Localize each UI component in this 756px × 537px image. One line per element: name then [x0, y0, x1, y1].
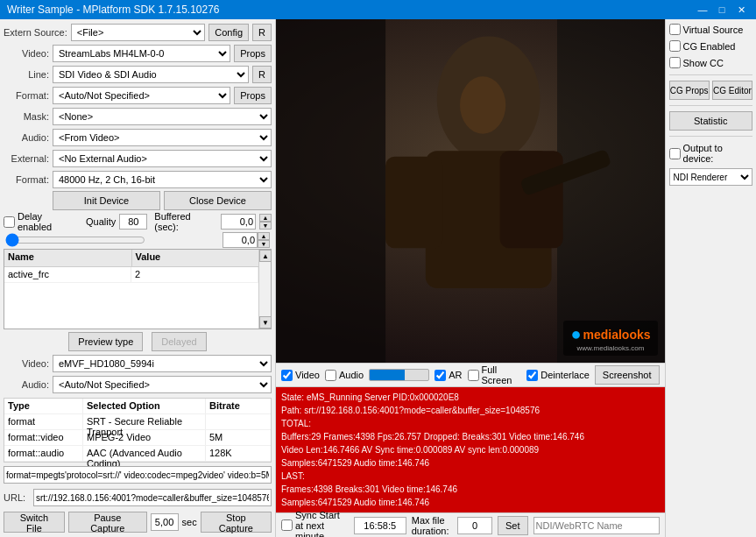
- extern-source-select[interactable]: <File>: [71, 24, 205, 41]
- video-check-label[interactable]: Video: [281, 370, 320, 381]
- info-header-row: Type Selected Option Bitrate: [4, 399, 271, 414]
- screenshot-button[interactable]: Screenshot: [595, 365, 660, 385]
- table-row[interactable]: active_frc 2: [4, 267, 258, 283]
- info-option-audio: AAC (Advanced Audio Coding): [83, 446, 206, 461]
- slider-value-input[interactable]: [223, 232, 258, 248]
- scroll-up-btn[interactable]: ▲: [259, 250, 271, 262]
- info-col-option: Selected Option: [83, 399, 206, 413]
- video-background: ● medialooks www.medialooks.com: [276, 19, 665, 363]
- ar-checkbox[interactable]: [435, 370, 446, 381]
- ndi-name-input[interactable]: [533, 517, 660, 534]
- buffered-down-btn[interactable]: ▼: [259, 222, 272, 230]
- url-input[interactable]: [33, 489, 272, 506]
- preview-type-button[interactable]: Preview type: [68, 332, 143, 351]
- fullscreen-check-label[interactable]: Full Screen: [468, 364, 522, 385]
- delay-enabled-label[interactable]: Delay enabled: [4, 211, 79, 232]
- sync-start-label[interactable]: Sync Start at next minute: [281, 510, 349, 538]
- info-row-format: format SRT - Secure Reliable Tranport: [4, 414, 271, 430]
- main-container: Extern Source: <File> Config R Video: St…: [0, 19, 756, 537]
- sec-input[interactable]: [151, 513, 179, 531]
- config-button[interactable]: Config: [208, 24, 249, 41]
- sync-start-checkbox[interactable]: [281, 519, 293, 531]
- delay-row: Delay enabled Quality Buffered (sec): ▲ …: [4, 212, 272, 231]
- video-row: Video: StreamLabs MH4LM-0-0 Props: [4, 44, 272, 63]
- info-col-bitrate: Bitrate: [206, 399, 271, 413]
- deinterlace-check-label[interactable]: Deinterlace: [526, 370, 590, 381]
- bottom-buttons-row: Switch File Pause Capture sec Stop Captu…: [4, 511, 272, 533]
- cg-enabled-label[interactable]: CG Enabled: [669, 39, 752, 53]
- buffered-input[interactable]: [221, 214, 256, 230]
- extern-r-button[interactable]: R: [252, 24, 272, 41]
- show-cc-checkbox[interactable]: [669, 57, 681, 68]
- slider-spinner: ▲ ▼: [258, 232, 270, 248]
- video-checkbox[interactable]: [281, 370, 293, 381]
- audio-format-select[interactable]: 48000 Hz, 2 Ch, 16-bit: [53, 171, 272, 188]
- app-title: Writer Sample - MPlatform SDK 1.7.15.102…: [7, 4, 220, 16]
- slider-down-btn[interactable]: ▼: [258, 240, 270, 248]
- cg-enabled-checkbox[interactable]: [669, 40, 681, 52]
- slider-row: ▲ ▼: [4, 233, 272, 247]
- mpegts-input[interactable]: [4, 466, 272, 484]
- ar-check-label[interactable]: AR: [435, 370, 462, 381]
- quality-label: Quality: [86, 216, 116, 227]
- statistic-button[interactable]: Statistic: [669, 111, 752, 131]
- info-col-type: Type: [4, 399, 83, 413]
- line-select[interactable]: SDI Video & SDI Audio: [53, 66, 249, 83]
- scroll-down-btn[interactable]: ▼: [259, 316, 271, 329]
- maximize-button[interactable]: □: [714, 3, 730, 17]
- output-audio-row: Audio: <Auto/Not Specified>: [4, 375, 272, 394]
- audio-check-label[interactable]: Audio: [325, 370, 364, 381]
- init-device-button[interactable]: Init Device: [53, 191, 160, 210]
- format-label: Format:: [4, 90, 49, 101]
- window-controls: — □ ✕: [695, 3, 749, 17]
- line-r-button[interactable]: R: [252, 66, 272, 83]
- max-file-input[interactable]: [457, 517, 492, 534]
- video-label: Video:: [4, 48, 49, 59]
- mask-row: Mask: <None>: [4, 107, 272, 126]
- close-device-button[interactable]: Close Device: [164, 191, 272, 210]
- video-props-button[interactable]: Props: [234, 45, 272, 62]
- switch-file-button[interactable]: Switch File: [4, 512, 65, 533]
- audio-select[interactable]: <From Video>: [53, 129, 272, 146]
- time-input[interactable]: [354, 517, 406, 534]
- output-audio-label: Audio:: [4, 379, 49, 390]
- format-props-button[interactable]: Props: [234, 87, 272, 104]
- virtual-source-checkbox[interactable]: [669, 24, 681, 35]
- virtual-source-label[interactable]: Virtual Source: [669, 23, 752, 36]
- buffered-up-btn[interactable]: ▲: [259, 214, 272, 222]
- stop-capture-button[interactable]: Stop Capture: [201, 512, 272, 533]
- info-bitrate-video: 5M: [206, 430, 271, 445]
- bottom-bar: Sync Start at next minute Max file durat…: [276, 512, 665, 537]
- progress-bar-fill: [370, 370, 405, 380]
- info-type-video: format::video: [4, 430, 83, 445]
- status-line4: Buffers:29 Frames:4398 Fps:26.757 Droppe…: [281, 430, 660, 443]
- quality-input[interactable]: [119, 214, 147, 230]
- ndi-renderer-select[interactable]: NDI Renderer: [669, 168, 752, 186]
- cg-props-button[interactable]: CG Props: [669, 81, 710, 100]
- output-to-device-label[interactable]: Output to device:: [669, 142, 752, 165]
- delayed-button[interactable]: Delayed: [152, 332, 206, 351]
- output-to-device-checkbox[interactable]: [669, 148, 681, 159]
- deinterlace-checkbox[interactable]: [526, 370, 538, 381]
- fullscreen-checkbox[interactable]: [468, 370, 479, 381]
- pause-capture-button[interactable]: Pause Capture: [68, 512, 147, 533]
- show-cc-label[interactable]: Show CC: [669, 56, 752, 69]
- video-select[interactable]: StreamLabs MH4LM-0-0: [53, 45, 230, 62]
- info-type-format: format: [4, 414, 83, 429]
- delay-slider[interactable]: [5, 234, 145, 246]
- video-preview: ● medialooks www.medialooks.com: [276, 19, 665, 363]
- audio-checkbox[interactable]: [325, 370, 336, 381]
- format-select[interactable]: <Auto/Not Specified>: [53, 87, 230, 104]
- set-button[interactable]: Set: [498, 516, 528, 535]
- delay-enabled-checkbox[interactable]: [4, 216, 15, 228]
- output-video-select[interactable]: eMVF_HD1080_5994i: [53, 355, 272, 372]
- output-audio-select[interactable]: <Auto/Not Specified>: [53, 376, 272, 393]
- minimize-button[interactable]: —: [695, 3, 710, 17]
- external-select[interactable]: <No External Audio>: [53, 150, 272, 167]
- slider-up-btn[interactable]: ▲: [258, 232, 270, 240]
- mask-select[interactable]: <None>: [53, 108, 272, 125]
- cg-editor-button[interactable]: CG Editor: [712, 81, 752, 100]
- close-button[interactable]: ✕: [733, 3, 749, 17]
- svg-rect-2: [557, 19, 664, 363]
- svg-rect-1: [276, 19, 385, 363]
